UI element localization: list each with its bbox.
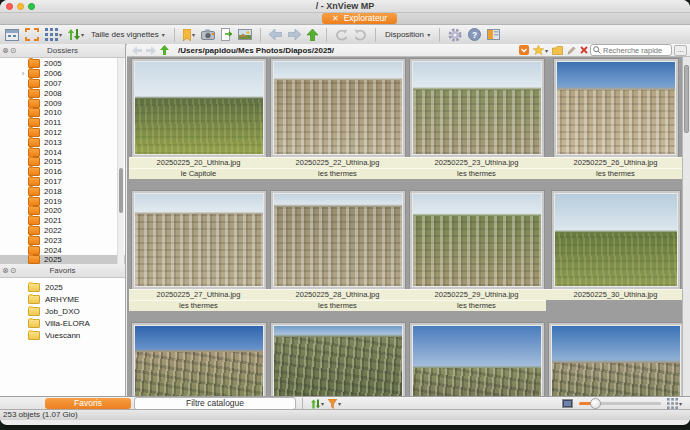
folder-item-2018[interactable]: 2018 bbox=[0, 186, 125, 196]
thumbnail-size-button[interactable]: Taille des vignettes ▾ bbox=[91, 30, 165, 39]
panels-icon[interactable] bbox=[487, 26, 500, 43]
settings-gear-icon[interactable] bbox=[448, 26, 462, 43]
thumbnail-photo[interactable] bbox=[131, 190, 267, 290]
favorite-item-ARHYME[interactable]: ARHYME bbox=[0, 293, 125, 305]
favorite-item-Job_DXO[interactable]: Job_DXO bbox=[0, 305, 125, 317]
slider-track[interactable] bbox=[579, 402, 661, 405]
thumbnail-photo[interactable] bbox=[548, 322, 684, 397]
folder-item-2015[interactable]: 2015 bbox=[0, 157, 125, 167]
thumbnail-cell[interactable]: 20250225_28_Uthina.jpgles thermes bbox=[268, 191, 407, 311]
folder-item-2019[interactable]: 2019 bbox=[0, 196, 125, 206]
thumbnail-caption: le Capitole bbox=[129, 168, 268, 179]
scrollbar-thumb[interactable] bbox=[684, 65, 689, 133]
forward-icon[interactable] bbox=[288, 26, 301, 43]
folder-item-2005[interactable]: 2005 bbox=[0, 59, 125, 69]
thumbnail-photo[interactable] bbox=[551, 190, 681, 290]
folder-item-2006[interactable]: ›2006 bbox=[0, 69, 125, 79]
up-icon[interactable] bbox=[307, 26, 318, 43]
thumbnail-cell[interactable]: 20250225_26_Uthina.jpgles thermes bbox=[546, 59, 685, 179]
panel-tab-favoris[interactable]: Favoris bbox=[45, 398, 131, 409]
thumbnail-cell[interactable]: 20250225_29_Uthina.jpgles thermes bbox=[407, 191, 546, 311]
sort-icon[interactable]: ▾ bbox=[68, 26, 84, 43]
folder-item-2024[interactable]: 2024 bbox=[0, 245, 125, 255]
panel-buttons-icon[interactable]: ⊗⊙ bbox=[2, 44, 17, 57]
thumbnail-cell[interactable]: 20250225_23_Uthina.jpgles thermes bbox=[407, 59, 546, 179]
status-bar: 253 objets (1.07 Gio) bbox=[0, 409, 690, 420]
folder-item-2017[interactable]: 2017 bbox=[0, 177, 125, 187]
thumbnail-photo[interactable] bbox=[409, 190, 545, 290]
thumbnail-cell[interactable]: 20250225_30_Uthina.jpg bbox=[546, 191, 685, 311]
favorite-item-Vuescann[interactable]: Vuescann bbox=[0, 329, 125, 341]
tab-close-icon[interactable]: ✕ bbox=[332, 13, 339, 24]
main-area: ⊗⊙ Dossiers 2005›20062007200820092010201… bbox=[0, 44, 690, 397]
folder-item-2025[interactable]: 2025 bbox=[0, 255, 125, 264]
fullscreen-icon[interactable] bbox=[25, 26, 39, 43]
back-icon[interactable] bbox=[269, 26, 282, 43]
thumbnail-photo[interactable] bbox=[131, 322, 267, 397]
thumbnail-cell[interactable]: 20250225_20_Uthina.jpgle Capitole bbox=[129, 59, 268, 179]
edit-image-icon[interactable] bbox=[238, 26, 252, 43]
folder-item-2011[interactable]: 2011 bbox=[0, 118, 125, 128]
photo-image bbox=[134, 61, 264, 155]
layout-button[interactable]: Disposition ▾ bbox=[385, 30, 430, 39]
bottom-band: FavorisFiltre catalogue ▾ ▾ ▾ bbox=[0, 396, 690, 410]
thumbnail-photo[interactable] bbox=[270, 58, 406, 158]
thumbnail-cell[interactable]: 20250225_22_Uthina.jpgles thermes bbox=[268, 59, 407, 179]
folder-item-2008[interactable]: 2008 bbox=[0, 88, 125, 98]
favorite-item-Villa-ELORA[interactable]: Villa-ELORA bbox=[0, 317, 125, 329]
camera-icon[interactable] bbox=[201, 26, 215, 43]
folder-item-2012[interactable]: 2012 bbox=[0, 128, 125, 138]
thumbnail-cell[interactable] bbox=[546, 323, 685, 397]
favorite-folder-icon bbox=[28, 307, 40, 316]
folder-item-2023[interactable]: 2023 bbox=[0, 235, 125, 245]
favorites-header-label: Favoris bbox=[49, 266, 75, 275]
thumbnail-filename: 20250225_20_Uthina.jpg bbox=[129, 157, 268, 168]
tab-explorateur[interactable]: ✕ Explorateur bbox=[322, 13, 397, 24]
folder-label: 2025 bbox=[44, 255, 62, 264]
favorite-label: Vuescann bbox=[45, 331, 80, 340]
folder-item-2007[interactable]: 2007 bbox=[0, 79, 125, 89]
thumbnail-cell[interactable] bbox=[268, 323, 407, 397]
chevron-down-icon[interactable]: ▾ bbox=[192, 31, 195, 38]
pane-scrollbar[interactable] bbox=[682, 57, 690, 397]
rotate-cw-icon[interactable] bbox=[354, 26, 367, 43]
folder-tree-scrollbar[interactable] bbox=[117, 58, 124, 264]
folder-item-2016[interactable]: 2016 bbox=[0, 167, 125, 177]
export-icon[interactable] bbox=[221, 26, 232, 43]
thumbnail-cell[interactable] bbox=[129, 323, 268, 397]
thumbnail-view-icon[interactable]: ▾ bbox=[45, 26, 62, 43]
favorite-item-2025[interactable]: 2025 bbox=[0, 281, 125, 293]
folder-label: 2009 bbox=[44, 99, 62, 108]
folder-item-2010[interactable]: 2010 bbox=[0, 108, 125, 118]
chevron-down-icon[interactable]: ▾ bbox=[321, 400, 324, 407]
sidebar: ⊗⊙ Dossiers 2005›20062007200820092010201… bbox=[0, 44, 126, 397]
folder-label: 2013 bbox=[44, 138, 62, 147]
help-icon[interactable]: ? bbox=[468, 26, 481, 43]
slider-knob[interactable] bbox=[590, 398, 601, 409]
expander-icon[interactable]: › bbox=[18, 70, 28, 78]
chevron-down-icon[interactable]: ▾ bbox=[59, 31, 62, 38]
thumbnail-photo[interactable] bbox=[409, 58, 545, 158]
scrollbar-thumb[interactable] bbox=[119, 168, 123, 213]
folder-item-2013[interactable]: 2013 bbox=[0, 137, 125, 147]
folder-item-2009[interactable]: 2009 bbox=[0, 98, 125, 108]
thumbnail-cell[interactable] bbox=[407, 323, 546, 397]
chevron-down-icon[interactable]: ▾ bbox=[338, 400, 341, 407]
thumbnail-photo[interactable] bbox=[270, 322, 406, 397]
rotate-ccw-icon[interactable] bbox=[335, 26, 348, 43]
thumbnail-photo[interactable] bbox=[131, 58, 267, 158]
folder-item-2022[interactable]: 2022 bbox=[0, 226, 125, 236]
panel-buttons-icon[interactable]: ⊗⊙ bbox=[2, 264, 17, 277]
panel-tab-filtre-catalogue[interactable]: Filtre catalogue bbox=[134, 397, 296, 410]
thumbnail-photo[interactable] bbox=[553, 58, 679, 158]
browser-mode-icon[interactable] bbox=[5, 26, 19, 43]
folder-item-2020[interactable]: 2020 bbox=[0, 206, 125, 216]
thumbnail-photo[interactable] bbox=[270, 190, 406, 290]
tag-icon[interactable]: ▾ bbox=[183, 26, 195, 43]
folder-item-2014[interactable]: 2014 bbox=[0, 147, 125, 157]
chevron-down-icon[interactable]: ▾ bbox=[679, 400, 682, 407]
chevron-down-icon[interactable]: ▾ bbox=[81, 31, 84, 38]
thumbnail-cell[interactable]: 20250225_27_Uthina.jpgles thermes bbox=[129, 191, 268, 311]
thumbnail-photo[interactable] bbox=[409, 322, 545, 397]
folder-item-2021[interactable]: 2021 bbox=[0, 216, 125, 226]
